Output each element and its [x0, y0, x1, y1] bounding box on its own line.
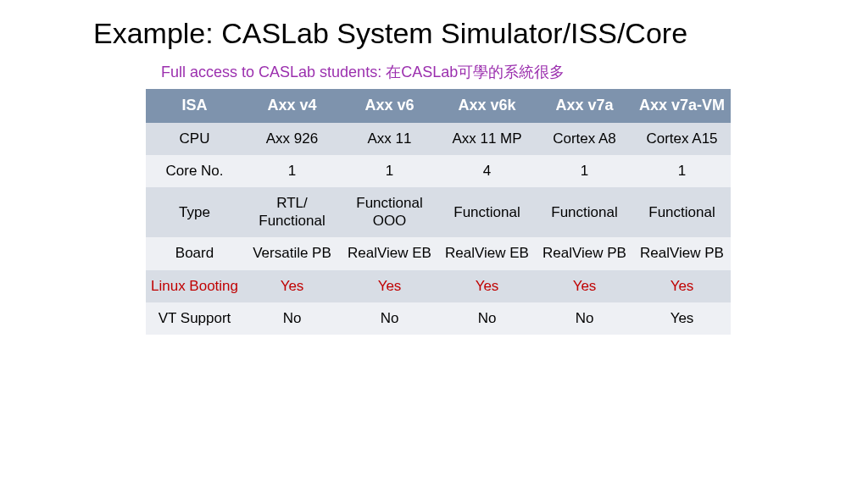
table-cell: 1	[633, 155, 731, 187]
table-cell: 1	[341, 155, 438, 187]
slide-title: Example: CASLab System Simulator/ISS/Cor…	[93, 17, 775, 50]
table-cell: Functional	[536, 187, 633, 237]
table-cell: Yes	[243, 270, 341, 302]
header-cell: ISA	[146, 89, 243, 123]
table-cell: Cortex A8	[536, 123, 633, 155]
table-cell: Yes	[633, 270, 731, 302]
table-cell: Functional OOO	[341, 187, 438, 237]
table-cell: Axx 11 MP	[438, 123, 536, 155]
row-label: Linux Booting	[146, 270, 243, 302]
table-cell: Yes	[341, 270, 438, 302]
header-cell: Axx v6	[341, 89, 438, 123]
slide-subtitle: Full access to CASLab students: 在CASLab可…	[161, 62, 775, 82]
table-row: TypeRTL/ FunctionalFunctional OOOFunctio…	[146, 187, 731, 237]
table-cell: No	[243, 302, 341, 335]
table-cell: 4	[438, 155, 536, 187]
table-cell: No	[438, 302, 536, 335]
header-cell: Axx v4	[243, 89, 341, 123]
table-cell: RealView EB	[438, 237, 536, 269]
header-cell: Axx v6k	[438, 89, 536, 123]
table-body: CPUAxx 926Axx 11Axx 11 MPCortex A8Cortex…	[146, 123, 731, 336]
row-label: VT Support	[146, 302, 243, 335]
table-header-row: ISA Axx v4 Axx v6 Axx v6k Axx v7a Axx v7…	[146, 89, 731, 123]
row-label: Type	[146, 187, 243, 237]
table-cell: Versatile PB	[243, 237, 341, 269]
table-cell: 1	[243, 155, 341, 187]
table-row: CPUAxx 926Axx 11Axx 11 MPCortex A8Cortex…	[146, 123, 731, 155]
table-cell: Functional	[438, 187, 536, 237]
header-cell: Axx v7a	[536, 89, 633, 123]
table-cell: Yes	[536, 270, 633, 302]
table-cell: No	[341, 302, 438, 335]
table-cell: Yes	[633, 302, 731, 335]
table-cell: Axx 926	[243, 123, 341, 155]
table-row: BoardVersatile PBRealView EBRealView EBR…	[146, 237, 731, 269]
row-label: Core No.	[146, 155, 243, 187]
table-cell: Functional	[633, 187, 731, 237]
table-row: Linux BootingYesYesYesYesYes	[146, 270, 731, 302]
table-cell: RealView PB	[536, 237, 633, 269]
comparison-table: ISA Axx v4 Axx v6 Axx v6k Axx v7a Axx v7…	[146, 89, 731, 335]
table-cell: RealView PB	[633, 237, 731, 269]
row-label: Board	[146, 237, 243, 269]
row-label: CPU	[146, 123, 243, 155]
header-cell: Axx v7a-VM	[633, 89, 731, 123]
slide: Example: CASLab System Simulator/ISS/Cor…	[0, 0, 868, 335]
table-cell: RTL/ Functional	[243, 187, 341, 237]
table-cell: Yes	[438, 270, 536, 302]
table-cell: Axx 11	[341, 123, 438, 155]
table-row: Core No.11411	[146, 155, 731, 187]
table-cell: 1	[536, 155, 633, 187]
table-cell: No	[536, 302, 633, 335]
table-cell: Cortex A15	[633, 123, 731, 155]
table-cell: RealView EB	[341, 237, 438, 269]
table-row: VT SupportNoNoNoNoYes	[146, 302, 731, 335]
